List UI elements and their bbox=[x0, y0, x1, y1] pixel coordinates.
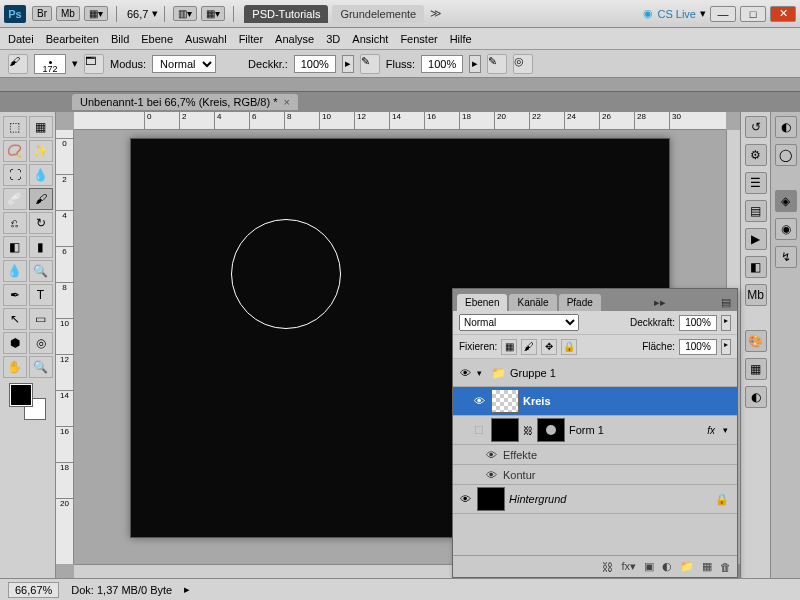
doc-close-icon[interactable]: × bbox=[284, 96, 290, 108]
gradient-tool[interactable]: ▮ bbox=[29, 236, 53, 258]
pen-tool[interactable]: ✒ bbox=[3, 284, 27, 306]
maximize-button[interactable]: □ bbox=[740, 6, 766, 22]
properties-icon[interactable]: ☰ bbox=[745, 172, 767, 194]
layer-effects-row[interactable]: 👁 Effekte bbox=[453, 445, 737, 465]
layer-thumb[interactable] bbox=[491, 418, 519, 442]
flow-arrow[interactable]: ▸ bbox=[469, 55, 481, 73]
play-icon[interactable]: ▶ bbox=[745, 228, 767, 250]
workspace-tutorials[interactable]: PSD-Tutorials bbox=[244, 5, 328, 23]
eye-icon[interactable]: 👁 bbox=[483, 449, 499, 461]
tab-ebenen[interactable]: Ebenen bbox=[457, 294, 507, 311]
zoom-dropdown[interactable]: ▾ bbox=[152, 7, 158, 20]
arrange-chip[interactable]: ▥▾ bbox=[173, 6, 197, 21]
mask-thumb[interactable] bbox=[537, 418, 565, 442]
layer-opacity-arrow[interactable]: ▸ bbox=[721, 315, 731, 331]
tool-preset-icon[interactable]: 🖌 bbox=[8, 54, 28, 74]
pressure-opacity-icon[interactable]: ✎ bbox=[360, 54, 380, 74]
flow-value[interactable]: 100% bbox=[421, 55, 463, 73]
minibridge-chip[interactable]: Mb bbox=[56, 6, 80, 21]
menu-analyse[interactable]: Analyse bbox=[275, 33, 314, 45]
panel-menu-icon[interactable]: ▤ bbox=[719, 294, 733, 311]
lock-pixels-icon[interactable]: ▦ bbox=[501, 339, 517, 355]
status-zoom[interactable]: 66,67% bbox=[8, 582, 59, 598]
mb-icon[interactable]: Mb bbox=[745, 284, 767, 306]
lock-all-icon[interactable]: 🔒 bbox=[561, 339, 577, 355]
panel-collapse-icon[interactable]: ▸▸ bbox=[652, 294, 668, 311]
layer-row-bg[interactable]: 👁 Hintergrund 🔒 bbox=[453, 485, 737, 514]
adjustments-icon[interactable]: ◐ bbox=[775, 116, 797, 138]
ruler-horizontal[interactable]: 02 46 810 1214 1618 2022 2426 2830 bbox=[74, 112, 726, 130]
cslive-button[interactable]: CS Live bbox=[657, 8, 696, 20]
brushes-icon[interactable]: ▤ bbox=[745, 200, 767, 222]
opacity-value[interactable]: 100% bbox=[294, 55, 336, 73]
color-swatch[interactable] bbox=[10, 384, 46, 420]
marquee-tool[interactable]: ▦ bbox=[29, 116, 53, 138]
minimize-button[interactable]: — bbox=[710, 6, 736, 22]
color-icon[interactable]: 🎨 bbox=[745, 330, 767, 352]
bridge-chip[interactable]: Br bbox=[32, 6, 52, 21]
swatches-icon[interactable]: ▦ bbox=[745, 358, 767, 380]
crop-tool[interactable]: ⛶ bbox=[3, 164, 27, 186]
3d-tool[interactable]: ⬢ bbox=[3, 332, 27, 354]
fx-badge[interactable]: fx bbox=[707, 425, 715, 436]
eye-icon[interactable]: ☐ bbox=[471, 424, 487, 437]
clone-icon[interactable]: ◧ bbox=[745, 256, 767, 278]
opacity-arrow[interactable]: ▸ bbox=[342, 55, 354, 73]
zoom-tool[interactable]: 🔍 bbox=[29, 356, 53, 378]
delete-icon[interactable]: 🗑 bbox=[720, 561, 731, 573]
eye-icon[interactable]: 👁 bbox=[483, 469, 499, 481]
mask-icon[interactable]: ▣ bbox=[644, 560, 654, 573]
move-tool[interactable]: ⬚ bbox=[3, 116, 27, 138]
twisty-icon[interactable]: ▾ bbox=[477, 368, 487, 378]
fill-value[interactable]: 100% bbox=[679, 339, 717, 355]
menu-3d[interactable]: 3D bbox=[326, 33, 340, 45]
link-layers-icon[interactable]: ⛓ bbox=[602, 561, 613, 573]
hand-tool[interactable]: ✋ bbox=[3, 356, 27, 378]
lasso-tool[interactable]: 📿 bbox=[3, 140, 27, 162]
fill-arrow[interactable]: ▸ bbox=[721, 339, 731, 355]
brush-preview[interactable]: 172 bbox=[34, 54, 66, 74]
pressure-size-icon[interactable]: ◎ bbox=[513, 54, 533, 74]
cslive-icon[interactable]: ◉ bbox=[643, 7, 653, 20]
fx-icon[interactable]: fx▾ bbox=[621, 560, 636, 573]
status-doc[interactable]: Dok: 1,37 MB/0 Byte bbox=[71, 584, 172, 596]
brush-tool[interactable]: 🖌 bbox=[29, 188, 53, 210]
lock-paint-icon[interactable]: 🖌 bbox=[521, 339, 537, 355]
channels-icon[interactable]: ◉ bbox=[775, 218, 797, 240]
menu-filter[interactable]: Filter bbox=[239, 33, 263, 45]
menu-fenster[interactable]: Fenster bbox=[400, 33, 437, 45]
layer-thumb[interactable] bbox=[491, 389, 519, 413]
close-button[interactable]: ✕ bbox=[770, 6, 796, 22]
eye-icon[interactable]: 👁 bbox=[471, 395, 487, 407]
lock-position-icon[interactable]: ✥ bbox=[541, 339, 557, 355]
menu-bearbeiten[interactable]: Bearbeiten bbox=[46, 33, 99, 45]
workspace-more[interactable]: ≫ bbox=[430, 7, 442, 20]
stamp-tool[interactable]: ⎌ bbox=[3, 212, 27, 234]
collapse-strip[interactable] bbox=[0, 78, 800, 92]
zoom-value[interactable]: 66,7 bbox=[127, 8, 148, 20]
brush-panel-icon[interactable]: 🗔 bbox=[84, 54, 104, 74]
menu-auswahl[interactable]: Auswahl bbox=[185, 33, 227, 45]
menu-datei[interactable]: Datei bbox=[8, 33, 34, 45]
heal-tool[interactable]: 🩹 bbox=[3, 188, 27, 210]
screen-mode-chip[interactable]: ▦▾ bbox=[84, 6, 108, 21]
path-select-tool[interactable]: ↖ bbox=[3, 308, 27, 330]
tab-pfade[interactable]: Pfade bbox=[559, 294, 601, 311]
shape-tool[interactable]: ▭ bbox=[29, 308, 53, 330]
layer-thumb[interactable] bbox=[477, 487, 505, 511]
document-tab[interactable]: Unbenannt-1 bei 66,7% (Kreis, RGB/8) * × bbox=[72, 94, 298, 110]
extras-chip[interactable]: ▦▾ bbox=[201, 6, 225, 21]
styles-icon[interactable]: ◐ bbox=[745, 386, 767, 408]
fx-twisty[interactable]: ▾ bbox=[723, 425, 733, 435]
actions-icon[interactable]: ⚙ bbox=[745, 144, 767, 166]
menu-ansicht[interactable]: Ansicht bbox=[352, 33, 388, 45]
blend-mode-select[interactable]: Normal bbox=[152, 55, 216, 73]
eyedropper-tool[interactable]: 💧 bbox=[29, 164, 53, 186]
layer-row-group[interactable]: 👁 ▾ 📁 Gruppe 1 bbox=[453, 359, 737, 387]
ruler-vertical[interactable]: 02 46 810 1214 1618 20 bbox=[56, 130, 74, 564]
menu-bild[interactable]: Bild bbox=[111, 33, 129, 45]
dodge-tool[interactable]: 🔍 bbox=[29, 260, 53, 282]
history-icon[interactable]: ↺ bbox=[745, 116, 767, 138]
link-icon[interactable]: ⛓ bbox=[523, 425, 533, 436]
workspace-grundelemente[interactable]: Grundelemente bbox=[332, 5, 424, 23]
